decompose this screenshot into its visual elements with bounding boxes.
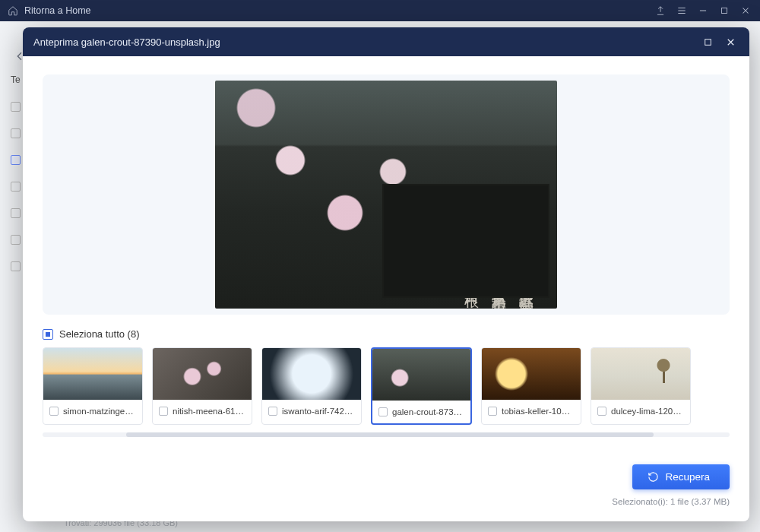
modal-header: Anteprima galen-crout-87390-unsplash.jpg — [23, 27, 749, 56]
window-home-label[interactable]: Ritorna a Home — [24, 5, 91, 16]
thumbnail-strip: simon-matzinger-U... nitish-meena-6164..… — [23, 347, 749, 425]
window-titlebar: Ritorna a Home — [0, 0, 760, 21]
preview-image: 御詠歌奉納坂東第拾壹於日根 — [215, 81, 557, 309]
thumb-checkbox[interactable] — [268, 407, 277, 416]
thumb-checkbox[interactable] — [159, 407, 168, 416]
thumb-checkbox[interactable] — [488, 407, 497, 416]
menu-icon[interactable] — [675, 4, 689, 17]
window-close-icon[interactable] — [739, 4, 752, 17]
selection-status: Selezionato(i): 1 file (3.37 MB) — [612, 497, 730, 506]
modal-maximize-icon[interactable] — [699, 33, 716, 50]
thumbnail-image — [43, 348, 142, 400]
select-all-checkbox[interactable] — [43, 329, 53, 340]
thumbnail-card[interactable]: iswanto-arif-74269... — [261, 347, 362, 425]
thumb-filename: galen-crout-87390-... — [392, 407, 464, 416]
select-all-label: Seleziona tutto (8) — [59, 328, 140, 340]
select-all-row[interactable]: Seleziona tutto (8) — [23, 315, 749, 347]
thumbnail-card[interactable]: tobias-keller-10426... — [481, 347, 581, 425]
home-icon[interactable] — [8, 5, 18, 16]
thumbnail-image — [372, 349, 470, 401]
thumbnail-image — [482, 348, 581, 400]
thumbnail-card[interactable]: dulcey-lima-12023... — [591, 347, 691, 425]
ghost-checkbox — [11, 128, 21, 138]
share-icon[interactable] — [654, 4, 667, 17]
svg-rect-0 — [722, 8, 727, 14]
modal-close-icon[interactable] — [722, 33, 739, 50]
ghost-checkbox — [11, 208, 21, 218]
thumb-filename: tobias-keller-10426... — [502, 407, 575, 416]
modal-footer: Recupera Selezionato(i): 1 file (3.37 MB… — [23, 451, 749, 521]
thumbnail-image — [591, 348, 690, 400]
recover-button[interactable]: Recupera — [632, 464, 730, 489]
minimize-icon[interactable] — [696, 4, 710, 17]
thumb-checkbox[interactable] — [378, 407, 388, 416]
thumbnail-card[interactable]: simon-matzinger-U... — [43, 347, 143, 425]
thumb-checkbox[interactable] — [49, 407, 59, 416]
modal-title: Anteprima galen-crout-87390-unsplash.jpg — [33, 36, 220, 48]
maximize-icon[interactable] — [717, 4, 731, 17]
thumbnail-image — [153, 348, 252, 400]
thumbnail-card[interactable]: nitish-meena-6164... — [152, 347, 252, 425]
thumbnail-image — [262, 348, 361, 400]
thumbnail-scrollbar[interactable] — [43, 432, 730, 437]
svg-rect-1 — [705, 39, 711, 45]
thumb-filename: dulcey-lima-12023... — [611, 407, 684, 416]
preview-area: 御詠歌奉納坂東第拾壹於日根 — [23, 56, 749, 315]
ghost-checkbox — [11, 182, 21, 192]
image-text-overlay: 御詠歌奉納坂東第拾壹於日根 — [458, 277, 540, 292]
ghost-checkbox — [11, 235, 21, 245]
thumb-checkbox[interactable] — [597, 407, 606, 416]
ghost-checkbox — [11, 102, 21, 112]
thumb-filename: nitish-meena-6164... — [173, 407, 245, 416]
bg-label: Te — [11, 74, 21, 85]
thumbnail-card-selected[interactable]: galen-crout-87390-... — [371, 347, 472, 425]
recover-button-label: Recupera — [665, 471, 710, 483]
preview-container: 御詠歌奉納坂東第拾壹於日根 — [43, 74, 730, 315]
ghost-checkbox — [11, 261, 21, 271]
thumb-filename: iswanto-arif-74269... — [282, 407, 355, 416]
preview-modal: Anteprima galen-crout-87390-unsplash.jpg… — [23, 27, 749, 521]
ghost-checkbox — [11, 155, 21, 165]
thumb-filename: simon-matzinger-U... — [63, 407, 136, 416]
